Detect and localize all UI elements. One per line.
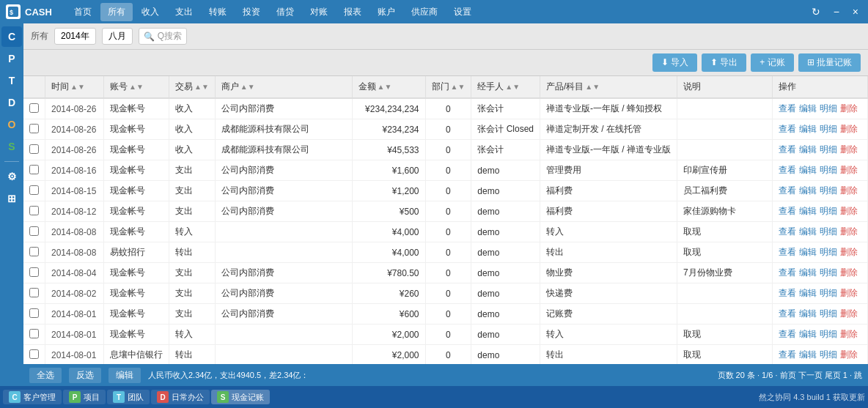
op-明细[interactable]: 明细 xyxy=(820,103,837,114)
nav-supplier[interactable]: 供应商 xyxy=(404,3,445,21)
close-button[interactable]: × xyxy=(849,4,862,19)
op-明细[interactable]: 明细 xyxy=(820,206,837,216)
row-checkbox[interactable] xyxy=(23,304,45,324)
op-明细[interactable]: 明细 xyxy=(820,247,837,257)
import-button[interactable]: ⬇ 导入 xyxy=(652,53,697,72)
nav-report[interactable]: 报表 xyxy=(336,3,369,21)
op-明细[interactable]: 明细 xyxy=(820,124,837,134)
op-查看[interactable]: 查看 xyxy=(779,308,796,319)
sidebar-icon-teams[interactable]: T xyxy=(1,70,22,91)
op-明细[interactable]: 明细 xyxy=(820,165,837,175)
refresh-button[interactable]: ↻ xyxy=(808,4,824,19)
op-查看[interactable]: 查看 xyxy=(779,206,796,216)
op-查看[interactable]: 查看 xyxy=(779,267,796,278)
row-checkbox[interactable] xyxy=(23,98,45,119)
th-product[interactable]: 产品/科目▲▼ xyxy=(540,76,677,98)
select-all-button[interactable]: 全选 xyxy=(29,368,62,383)
op-删除[interactable]: 删除 xyxy=(840,308,858,319)
row-checkbox[interactable] xyxy=(23,201,45,222)
op-编辑[interactable]: 编辑 xyxy=(799,185,817,196)
taskbar-item-crm[interactable]: C 客户管理 xyxy=(3,390,62,404)
sidebar-icon-documents[interactable]: D xyxy=(1,92,22,113)
row-checkbox[interactable] xyxy=(23,263,45,283)
row-checkbox[interactable] xyxy=(23,119,45,140)
op-明细[interactable]: 明细 xyxy=(820,226,837,237)
edit-button[interactable]: 编辑 xyxy=(108,368,141,383)
op-查看[interactable]: 查看 xyxy=(779,103,796,114)
row-checkbox[interactable] xyxy=(23,283,45,304)
op-删除[interactable]: 删除 xyxy=(840,185,858,196)
nav-transfer[interactable]: 转账 xyxy=(202,3,234,21)
op-编辑[interactable]: 编辑 xyxy=(799,329,817,339)
op-编辑[interactable]: 编辑 xyxy=(799,308,817,319)
nav-expense[interactable]: 支出 xyxy=(168,3,200,21)
nav-home[interactable]: 首页 xyxy=(67,3,99,21)
nav-loan[interactable]: 借贷 xyxy=(269,3,301,21)
taskbar-item-office[interactable]: D 日常办公 xyxy=(151,390,210,404)
th-date[interactable]: 时间▲▼ xyxy=(45,76,104,98)
op-编辑[interactable]: 编辑 xyxy=(799,267,817,278)
table-wrapper[interactable]: 时间▲▼ 账号▲▼ 交易▲▼ 商户▲▼ 金额▲▼ 部门▲▼ 经手人▲▼ 产品/科… xyxy=(23,76,868,364)
th-account[interactable]: 账号▲▼ xyxy=(104,76,169,98)
nav-invest[interactable]: 投资 xyxy=(235,3,268,21)
row-checkbox[interactable] xyxy=(23,242,45,263)
th-dept[interactable]: 部门▲▼ xyxy=(425,76,471,98)
op-删除[interactable]: 删除 xyxy=(840,124,858,134)
th-type[interactable]: 交易▲▼ xyxy=(169,76,216,98)
op-查看[interactable]: 查看 xyxy=(779,185,796,196)
op-编辑[interactable]: 编辑 xyxy=(799,165,817,175)
op-编辑[interactable]: 编辑 xyxy=(799,288,817,298)
minimize-button[interactable]: − xyxy=(830,4,843,19)
nav-account[interactable]: 账户 xyxy=(370,3,402,21)
filter-month[interactable]: 八月 xyxy=(102,28,133,45)
op-编辑[interactable]: 编辑 xyxy=(799,103,817,114)
record-button[interactable]: + 记账 xyxy=(751,53,793,72)
row-checkbox[interactable] xyxy=(23,324,45,345)
op-删除[interactable]: 删除 xyxy=(840,144,858,155)
op-删除[interactable]: 删除 xyxy=(840,165,858,175)
th-amount[interactable]: 金额▲▼ xyxy=(352,76,425,98)
op-查看[interactable]: 查看 xyxy=(779,165,796,175)
sidebar-icon-cash[interactable]: S xyxy=(1,136,22,157)
th-handler[interactable]: 经手人▲▼ xyxy=(471,76,540,98)
taskbar-item-cash[interactable]: S 现金记账 xyxy=(211,390,270,404)
page-info[interactable]: 页数 20 条 · 1/6 · 前页 下一页 尾页 1 · 跳 xyxy=(718,370,862,381)
op-明细[interactable]: 明细 xyxy=(820,349,837,360)
op-编辑[interactable]: 编辑 xyxy=(799,206,817,216)
op-删除[interactable]: 删除 xyxy=(840,206,858,216)
op-编辑[interactable]: 编辑 xyxy=(799,349,817,360)
op-明细[interactable]: 明细 xyxy=(820,308,837,319)
op-查看[interactable]: 查看 xyxy=(779,329,796,339)
row-checkbox[interactable] xyxy=(23,140,45,160)
op-删除[interactable]: 删除 xyxy=(840,329,858,339)
row-checkbox[interactable] xyxy=(23,181,45,201)
row-checkbox[interactable] xyxy=(23,160,45,181)
op-编辑[interactable]: 编辑 xyxy=(799,226,817,237)
sidebar-icon-apps[interactable]: ⊞ xyxy=(1,188,22,209)
filter-year[interactable]: 2014年 xyxy=(54,28,96,45)
nav-income[interactable]: 收入 xyxy=(134,3,166,21)
sidebar-icon-dashboard[interactable]: C xyxy=(1,26,22,47)
invert-button[interactable]: 反选 xyxy=(69,368,101,383)
op-查看[interactable]: 查看 xyxy=(779,226,796,237)
row-checkbox[interactable] xyxy=(23,222,45,242)
op-删除[interactable]: 删除 xyxy=(840,247,858,257)
op-明细[interactable]: 明细 xyxy=(820,329,837,339)
search-box[interactable]: 🔍 Q搜索 xyxy=(139,28,187,45)
op-查看[interactable]: 查看 xyxy=(779,247,796,257)
op-编辑[interactable]: 编辑 xyxy=(799,144,817,155)
taskbar-item-project[interactable]: P 项目 xyxy=(63,390,106,404)
op-删除[interactable]: 删除 xyxy=(840,103,858,114)
nav-reconcile[interactable]: 对账 xyxy=(303,3,335,21)
sidebar-icon-projects[interactable]: P xyxy=(1,48,22,69)
taskbar-item-team[interactable]: T 团队 xyxy=(107,390,150,404)
sidebar-icon-office[interactable]: O xyxy=(1,114,22,135)
op-明细[interactable]: 明细 xyxy=(820,144,837,155)
op-删除[interactable]: 删除 xyxy=(840,288,858,298)
op-编辑[interactable]: 编辑 xyxy=(799,247,817,257)
nav-settings[interactable]: 设置 xyxy=(446,3,479,21)
op-明细[interactable]: 明细 xyxy=(820,185,837,196)
op-查看[interactable]: 查看 xyxy=(779,288,796,298)
op-删除[interactable]: 删除 xyxy=(840,226,858,237)
op-删除[interactable]: 删除 xyxy=(840,349,858,360)
